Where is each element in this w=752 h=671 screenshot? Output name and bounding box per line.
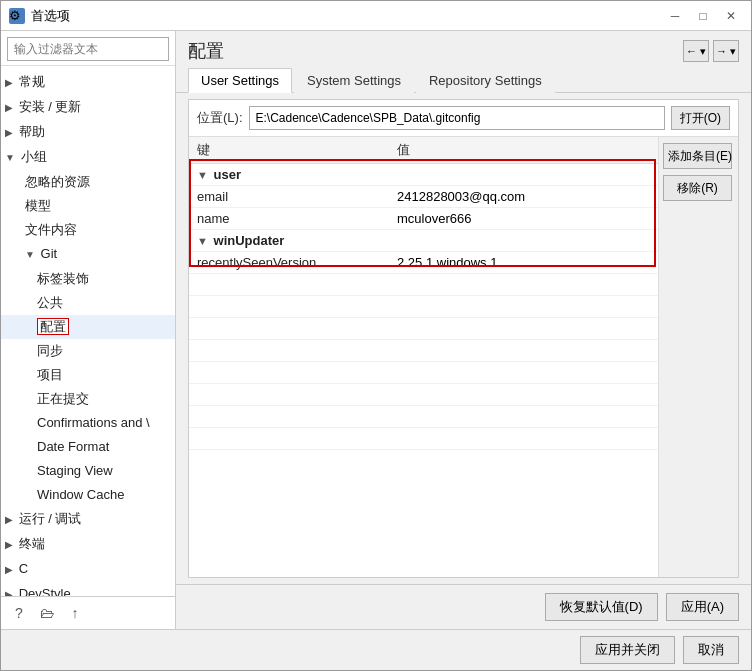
value-cell: 2412828003@qq.com bbox=[389, 186, 658, 208]
sidebar-item-group[interactable]: ▼ 小组 bbox=[1, 145, 175, 170]
page-title: 配置 bbox=[188, 39, 224, 63]
window-title: 首选项 bbox=[31, 7, 70, 25]
value-cell: 2.25.1.windows.1 bbox=[389, 252, 658, 274]
tab-user-settings[interactable]: User Settings bbox=[188, 68, 292, 93]
empty-row bbox=[189, 406, 658, 428]
sidebar-item-normal[interactable]: ▶ 常规 bbox=[1, 70, 175, 95]
title-bar-controls: ─ □ ✕ bbox=[663, 6, 743, 26]
content-area: ▶ 常规 ▶ 安装 / 更新 ▶ 帮助 ▼ 小组 忽略的资源 bbox=[1, 31, 751, 629]
sidebar-item-file-content[interactable]: 文件内容 bbox=[1, 218, 175, 242]
group-row-user[interactable]: ▼ user bbox=[189, 164, 658, 186]
key-cell: name bbox=[189, 208, 389, 230]
location-input[interactable] bbox=[249, 106, 665, 130]
sidebar-filter-area bbox=[1, 31, 175, 66]
arrow-icon: ▶ bbox=[5, 73, 13, 93]
title-bar: ⚙ 首选项 ─ □ ✕ bbox=[1, 1, 751, 31]
col-header-value: 值 bbox=[389, 137, 658, 164]
forward-button[interactable]: → ▾ bbox=[713, 40, 739, 62]
location-label: 位置(L): bbox=[197, 109, 243, 127]
tab-system-settings[interactable]: System Settings bbox=[294, 68, 414, 93]
sidebar-item-sync[interactable]: 同步 bbox=[1, 339, 175, 363]
sidebar: ▶ 常规 ▶ 安装 / 更新 ▶ 帮助 ▼ 小组 忽略的资源 bbox=[1, 31, 176, 629]
cancel-button[interactable]: 取消 bbox=[683, 636, 739, 664]
open-button[interactable]: 打开(O) bbox=[671, 106, 730, 130]
config-table: 键 值 ▼ user bbox=[189, 137, 658, 450]
table-area: 键 值 ▼ user bbox=[189, 137, 658, 577]
preferences-window: ⚙ 首选项 ─ □ ✕ ▶ 常规 ▶ 安装 / 更新 bbox=[0, 0, 752, 671]
sidebar-item-project[interactable]: 项目 bbox=[1, 363, 175, 387]
value-cell: mculover666 bbox=[389, 208, 658, 230]
empty-row bbox=[189, 384, 658, 406]
window-footer: 应用并关闭 取消 bbox=[1, 629, 751, 670]
add-entry-button[interactable]: 添加条目(E) bbox=[663, 143, 732, 169]
sidebar-item-confirmations[interactable]: Confirmations and \ bbox=[1, 411, 175, 435]
app-icon: ⚙ bbox=[9, 8, 25, 24]
sidebar-item-devstyle[interactable]: ▶ DevStyle bbox=[1, 582, 175, 596]
arrow-icon: ▶ bbox=[5, 585, 13, 596]
empty-row bbox=[189, 340, 658, 362]
arrow-icon: ▶ bbox=[5, 98, 13, 118]
empty-row bbox=[189, 428, 658, 450]
close-button[interactable]: ✕ bbox=[719, 6, 743, 26]
sidebar-item-common[interactable]: 公共 bbox=[1, 291, 175, 315]
key-cell: email bbox=[189, 186, 389, 208]
folder-icon[interactable]: 🗁 bbox=[37, 603, 57, 623]
arrow-icon: ▶ bbox=[5, 123, 13, 143]
sidebar-item-run-debug[interactable]: ▶ 运行 / 调试 bbox=[1, 507, 175, 532]
table-row[interactable]: email 2412828003@qq.com bbox=[189, 186, 658, 208]
group-row-winupdater[interactable]: ▼ winUpdater bbox=[189, 230, 658, 252]
table-row[interactable]: recentlySeenVersion 2.25.1.windows.1 bbox=[189, 252, 658, 274]
back-button[interactable]: ← ▾ bbox=[683, 40, 709, 62]
title-bar-left: ⚙ 首选项 bbox=[9, 7, 70, 25]
sidebar-item-window-cache[interactable]: Window Cache bbox=[1, 483, 175, 507]
maximize-button[interactable]: □ bbox=[691, 6, 715, 26]
sidebar-bottom: ? 🗁 ↑ bbox=[1, 596, 175, 629]
sidebar-item-model[interactable]: 模型 bbox=[1, 194, 175, 218]
config-body: 键 值 ▼ user bbox=[189, 137, 738, 577]
filter-input[interactable] bbox=[7, 37, 169, 61]
expand-icon: ▼ bbox=[197, 169, 208, 181]
apply-close-button[interactable]: 应用并关闭 bbox=[580, 636, 675, 664]
empty-row bbox=[189, 362, 658, 384]
restore-defaults-button[interactable]: 恢复默认值(D) bbox=[545, 593, 658, 621]
arrow-icon: ▼ bbox=[5, 148, 15, 168]
main-inner: 位置(L): 打开(O) 键 值 bbox=[176, 93, 751, 584]
sidebar-item-tag-decoration[interactable]: 标签装饰 bbox=[1, 267, 175, 291]
bottom-bar: 恢复默认值(D) 应用(A) bbox=[176, 584, 751, 629]
empty-row bbox=[189, 296, 658, 318]
minimize-button[interactable]: ─ bbox=[663, 6, 687, 26]
main-header: 配置 ← ▾ → ▾ bbox=[176, 31, 751, 67]
sidebar-item-commit[interactable]: 正在提交 bbox=[1, 387, 175, 411]
sidebar-item-date-format[interactable]: Date Format bbox=[1, 435, 175, 459]
tab-bar: User Settings System Settings Repository… bbox=[176, 67, 751, 93]
header-nav: ← ▾ → ▾ bbox=[683, 40, 739, 62]
help-icon[interactable]: ? bbox=[9, 603, 29, 623]
col-header-key: 键 bbox=[189, 137, 389, 164]
arrow-icon: ▼ bbox=[25, 245, 35, 265]
sidebar-item-config[interactable]: 配置 bbox=[1, 315, 175, 339]
sidebar-item-ignore[interactable]: 忽略的资源 bbox=[1, 170, 175, 194]
arrow-icon: ▶ bbox=[5, 510, 13, 530]
sidebar-tree: ▶ 常规 ▶ 安装 / 更新 ▶ 帮助 ▼ 小组 忽略的资源 bbox=[1, 66, 175, 596]
sidebar-item-terminal[interactable]: ▶ 终端 bbox=[1, 532, 175, 557]
arrow-icon: ▶ bbox=[5, 560, 13, 580]
arrow-icon: ▶ bbox=[5, 535, 13, 555]
sidebar-item-staging-view[interactable]: Staging View bbox=[1, 459, 175, 483]
main-panel: 配置 ← ▾ → ▾ User Settings System Settings… bbox=[176, 31, 751, 629]
sidebar-item-git[interactable]: ▼ Git bbox=[1, 242, 175, 267]
sidebar-item-install[interactable]: ▶ 安装 / 更新 bbox=[1, 95, 175, 120]
table-row[interactable]: name mculover666 bbox=[189, 208, 658, 230]
location-bar: 位置(L): 打开(O) bbox=[189, 100, 738, 137]
empty-row bbox=[189, 274, 658, 296]
expand-icon: ▼ bbox=[197, 235, 208, 247]
right-buttons: 添加条目(E) 移除(R) bbox=[658, 137, 738, 577]
empty-row bbox=[189, 318, 658, 340]
export-icon[interactable]: ↑ bbox=[65, 603, 85, 623]
apply-button[interactable]: 应用(A) bbox=[666, 593, 739, 621]
sidebar-item-c[interactable]: ▶ C bbox=[1, 557, 175, 582]
remove-entry-button[interactable]: 移除(R) bbox=[663, 175, 732, 201]
tab-repository-settings[interactable]: Repository Settings bbox=[416, 68, 555, 93]
key-cell: recentlySeenVersion bbox=[189, 252, 389, 274]
config-content: 位置(L): 打开(O) 键 值 bbox=[188, 99, 739, 578]
sidebar-item-help[interactable]: ▶ 帮助 bbox=[1, 120, 175, 145]
